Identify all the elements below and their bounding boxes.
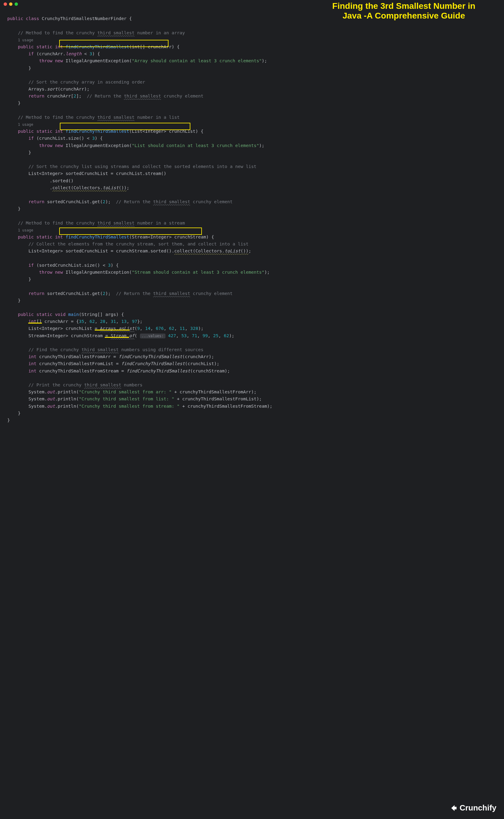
keyword: if [29, 263, 34, 268]
minimize-dot-icon[interactable] [9, 2, 12, 6]
method-call: findCrunchyThirdSmallest [119, 354, 182, 359]
static-method: of [129, 333, 135, 338]
params: (int[] crunchArr) { [129, 44, 180, 49]
method-name: findCrunchyThirdSmallest [66, 234, 129, 239]
class-name: CrunchyThirdSmallestNumberFinder [42, 16, 127, 21]
keyword: int [29, 354, 36, 359]
chain-call: .sorted() [50, 178, 74, 183]
static-field: out [47, 404, 55, 408]
keyword: return [29, 94, 44, 98]
code-editor[interactable]: public class CrunchyThirdSmallestNumberF… [0, 7, 291, 476]
class-ref: Arrays. [29, 87, 47, 91]
window-titlebar [0, 0, 291, 7]
comment: // Method to find the crunchy third smal… [18, 220, 185, 225]
close-dot-icon[interactable] [4, 2, 7, 6]
usage-hint[interactable]: 1 usage [18, 38, 33, 42]
static-field: out [47, 389, 55, 394]
keyword: public static void [18, 312, 66, 317]
keyword: if [29, 136, 34, 141]
usage-hint[interactable]: 1 usage [18, 228, 33, 232]
keyword: return [29, 199, 44, 204]
brace: } [29, 66, 31, 70]
params: (List<Integer> crunchList) { [129, 129, 203, 134]
inlay-hint: ...values: [140, 333, 165, 338]
method-call: findCrunchyThirdSmallest [121, 361, 185, 366]
string: "Array should contain at least 3 crunch … [132, 58, 262, 63]
keyword: int [29, 319, 36, 324]
class-ref: Stream. [111, 333, 129, 338]
brace: } [29, 150, 31, 155]
method-call: findCrunchyThirdSmallest [127, 368, 190, 373]
brace: } [18, 101, 21, 105]
method-name: findCrunchyThirdSmallest [66, 129, 129, 134]
keyword: int [29, 361, 36, 366]
keyword: throw new [39, 270, 63, 275]
brace: } [7, 418, 10, 423]
string: "List should contain at least 3 crunch e… [132, 143, 259, 148]
keyword: int [29, 368, 36, 373]
exception-class: IllegalArgumentException [66, 270, 129, 275]
static-field: out [47, 396, 55, 401]
list-declaration: List<Integer> sortedCrunchList = crunchL… [29, 171, 166, 176]
comment: // Find the crunchy third smallest numbe… [29, 347, 203, 352]
comment: // Collect the elements from the crunchy… [29, 241, 249, 246]
brace: } [29, 277, 31, 281]
comment: // Return the third smallest crunchy ele… [116, 199, 233, 204]
keyword: public class [7, 16, 39, 21]
static-method: sort [47, 87, 58, 91]
brace: } [18, 298, 21, 303]
expr: (sortedCrunchList.size() < [36, 263, 108, 268]
comment: // Sort the crunchy array in ascending o… [29, 80, 145, 84]
exception-class: IllegalArgumentException [66, 143, 129, 148]
window-controls [4, 2, 18, 6]
comment: // Print the crunchy third smallest numb… [29, 382, 142, 387]
static-method: asList [119, 326, 135, 331]
string: "Crunchy third smallest from stream: " [79, 404, 180, 408]
keyword: throw new [39, 58, 63, 63]
keyword: public static int [18, 129, 63, 134]
highlight-box-3 [59, 227, 202, 235]
comment: // Method to find the crunchy third smal… [18, 115, 180, 120]
brace: } [18, 411, 21, 416]
list-declaration: List<Integer> sortedCrunchList = crunchS… [29, 248, 174, 253]
keyword: public static int [18, 234, 63, 239]
class-ref: Arrays. [100, 326, 119, 331]
exception-class: IllegalArgumentException [66, 58, 129, 63]
maximize-dot-icon[interactable] [15, 2, 18, 6]
string: "Crunchy third smallest from list: " [79, 396, 174, 401]
params: (String[] args) { [79, 312, 124, 317]
brace: } [18, 206, 21, 211]
method-name: main [68, 312, 79, 317]
comment: // Return the third smallest crunchy ele… [87, 94, 203, 98]
brace: { [129, 16, 132, 21]
expr: (crunchList.size() < [36, 136, 92, 141]
keyword: if [29, 51, 34, 56]
comment: // Method to find the crunchy third smal… [18, 30, 185, 35]
field: length [66, 51, 81, 56]
usage-hint[interactable]: 1 usage [18, 122, 33, 127]
keyword: public static int [18, 44, 63, 49]
comment: // Return the third smallest crunchy ele… [116, 291, 233, 296]
deprecated-call: collect(Collectors.toList()) [174, 248, 248, 253]
deprecated-call: collect(Collectors.toList()) [52, 185, 126, 190]
comment: // Sort the crunchy list using streams a… [29, 164, 257, 169]
expr: (crunchArr. [36, 51, 66, 56]
keyword: return [29, 291, 44, 296]
string: "Crunchy third smallest from arr: " [79, 389, 172, 394]
params: (Stream<Integer> crunchStream) { [129, 234, 214, 239]
keyword: throw new [39, 143, 63, 148]
method-name: findCrunchyThirdSmallest [66, 44, 129, 49]
string: "Stream should contain at least 3 crunch… [132, 270, 264, 275]
